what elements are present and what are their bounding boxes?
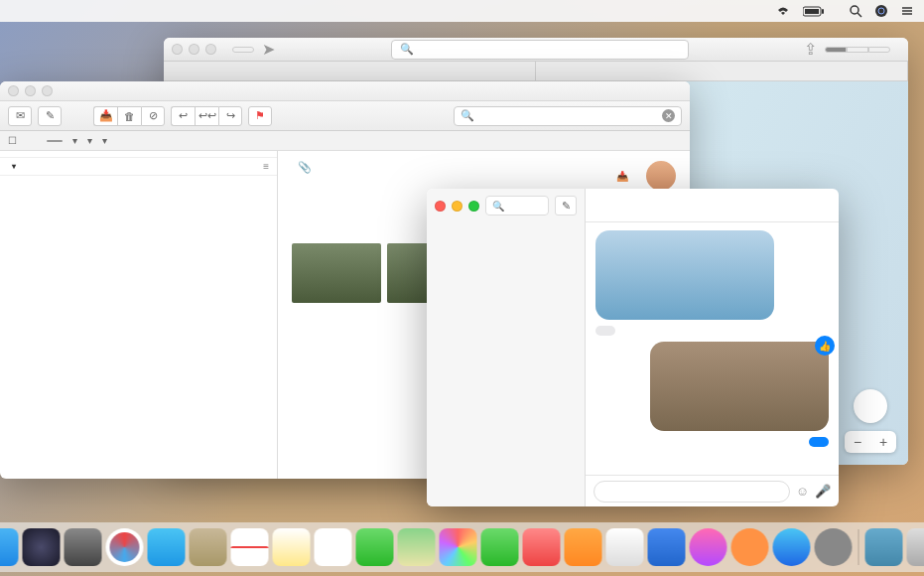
- dock-maps[interactable]: [397, 528, 435, 566]
- mail-flag-button[interactable]: ⚑: [248, 106, 272, 126]
- dock-contacts[interactable]: [189, 528, 226, 566]
- filter-vips[interactable]: ▾: [72, 135, 77, 146]
- maps-tab-satellite[interactable]: [868, 47, 890, 53]
- sender-avatar[interactable]: [646, 161, 676, 191]
- message-input-field[interactable]: [594, 481, 790, 503]
- mail-archive-button[interactable]: 📥: [93, 106, 117, 126]
- messages-close-button[interactable]: [435, 201, 446, 212]
- attachment-icon[interactable]: 📎: [298, 161, 312, 191]
- mail-minimize-button[interactable]: [25, 85, 36, 96]
- search-icon: 🔍: [461, 109, 474, 122]
- svg-rect-1: [822, 9, 824, 14]
- conversation-list[interactable]: [427, 222, 585, 506]
- like-reaction-icon[interactable]: 👍: [815, 336, 835, 356]
- dock-downloads[interactable]: [864, 528, 902, 566]
- section-sort-by-date[interactable]: ▾ ≡: [0, 158, 277, 176]
- dock-system-preferences[interactable]: [814, 528, 852, 566]
- maps-close-button[interactable]: [172, 44, 183, 55]
- mail-search-field[interactable]: 🔍 ✕: [454, 106, 682, 126]
- messages-compose-button[interactable]: ✎: [555, 196, 577, 216]
- maps-breadcrumb: [164, 62, 908, 81]
- sent-message-bubble[interactable]: [809, 437, 829, 447]
- dock-appstore[interactable]: [772, 528, 810, 566]
- svg-line-4: [858, 13, 861, 17]
- mail-toolbar: ✉ ✎ 📥 🗑 ⊘ ↩ ↩↩ ↪ ⚑ 🔍 ✕: [0, 101, 690, 131]
- dock-ibooks[interactable]: [730, 528, 768, 566]
- mail-search-clear-button[interactable]: ✕: [662, 109, 675, 122]
- maps-3d-button[interactable]: [854, 389, 887, 423]
- dock-itunes[interactable]: [689, 528, 726, 566]
- messages-minimize-button[interactable]: [452, 201, 462, 212]
- filter-drafts[interactable]: ▾: [102, 135, 107, 146]
- mail-junk-button[interactable]: ⊘: [141, 106, 165, 126]
- received-image-bubble[interactable]: [595, 230, 774, 320]
- sort-icon[interactable]: ≡: [263, 161, 269, 172]
- microphone-icon[interactable]: 🎤: [815, 484, 831, 499]
- maps-minimize-button[interactable]: [189, 44, 199, 55]
- maps-titlebar[interactable]: ➤ 🔍 ⇪: [164, 38, 908, 62]
- mail-get-mail-button[interactable]: ✉: [8, 106, 32, 126]
- dock-safari[interactable]: [105, 528, 143, 566]
- dock-launchpad[interactable]: [64, 528, 101, 566]
- battery-icon[interactable]: [803, 6, 825, 17]
- search-icon: 🔍: [492, 201, 504, 212]
- dock-photos[interactable]: [439, 528, 476, 566]
- dock-facetime[interactable]: [480, 528, 518, 566]
- mail-reply-all-button[interactable]: ↩↩: [195, 106, 218, 126]
- maps-breadcrumb-left[interactable]: [164, 62, 536, 80]
- svg-point-5: [875, 5, 887, 17]
- mail-message-list[interactable]: ▾ ≡: [0, 151, 278, 479]
- maps-route-button[interactable]: [232, 47, 254, 53]
- search-icon: 🔍: [400, 43, 414, 56]
- emoji-icon[interactable]: ☺: [796, 484, 809, 499]
- dock-messages[interactable]: [355, 528, 393, 566]
- notification-center-icon[interactable]: [900, 5, 914, 17]
- maps-tab-transit[interactable]: [847, 47, 868, 53]
- mail-reply-button[interactable]: ↩: [171, 106, 195, 126]
- messages-search-field[interactable]: 🔍: [485, 196, 549, 216]
- messages-zoom-button[interactable]: [468, 201, 479, 212]
- dock-numbers[interactable]: [605, 528, 643, 566]
- filter-sent[interactable]: ▾: [87, 135, 92, 146]
- chevron-down-icon: ▾: [12, 162, 16, 171]
- dock-calendar[interactable]: [230, 528, 268, 566]
- mail-forward-button[interactable]: ↪: [218, 106, 242, 126]
- dock-notes[interactable]: [272, 528, 310, 566]
- filter-inbox[interactable]: [47, 140, 63, 142]
- mail-titlebar[interactable]: [0, 81, 690, 101]
- maps-tab-map[interactable]: [825, 47, 847, 53]
- dock-reminders[interactable]: [314, 528, 351, 566]
- maps-breadcrumb-right[interactable]: [536, 62, 908, 80]
- wifi-icon[interactable]: [775, 5, 791, 17]
- maps-zoom-in-button[interactable]: +: [870, 431, 896, 453]
- messages-main: 👍 ☺ 🎤: [586, 189, 839, 506]
- attachment-image[interactable]: [292, 243, 381, 303]
- dock-mail[interactable]: [147, 528, 185, 566]
- dock-keynote[interactable]: [647, 528, 685, 566]
- spotlight-icon[interactable]: [849, 4, 862, 18]
- maps-zoom-button[interactable]: [205, 44, 216, 55]
- dock-separator: [858, 529, 858, 565]
- maps-zoom-out-button[interactable]: −: [845, 431, 870, 453]
- svg-point-3: [851, 6, 858, 14]
- share-icon[interactable]: ⇪: [804, 40, 817, 59]
- mailboxes-toggle[interactable]: ☐: [8, 135, 17, 146]
- dock-pages[interactable]: [564, 528, 601, 566]
- message-thread[interactable]: 👍: [586, 222, 839, 475]
- section-top-hits: [0, 151, 277, 158]
- maps-search-field[interactable]: 🔍: [391, 40, 689, 60]
- mail-delete-button[interactable]: 🗑: [117, 106, 141, 126]
- dock-photobooth[interactable]: [522, 528, 560, 566]
- messages-sidebar: 🔍 ✎: [427, 189, 586, 506]
- location-arrow-icon[interactable]: ➤: [262, 40, 275, 59]
- dock-trash[interactable]: [906, 528, 924, 566]
- mail-close-button[interactable]: [8, 85, 19, 96]
- dock-finder[interactable]: [0, 528, 18, 566]
- dock-siri[interactable]: [22, 528, 60, 566]
- mail-compose-button[interactable]: ✎: [38, 106, 62, 126]
- inbox-icon: 📥: [616, 171, 628, 182]
- mail-zoom-button[interactable]: [42, 85, 53, 96]
- sent-image-bubble[interactable]: 👍: [650, 342, 829, 431]
- received-message-bubble[interactable]: [595, 326, 615, 336]
- siri-icon[interactable]: [874, 4, 888, 18]
